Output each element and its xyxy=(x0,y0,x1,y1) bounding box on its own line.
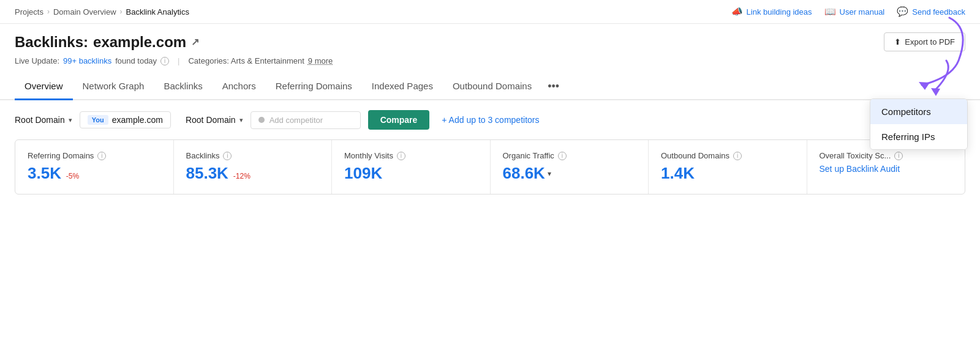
title-domain: example.com xyxy=(93,34,186,51)
book-icon: 📖 xyxy=(824,6,836,17)
header-title: Backlinks:example.com ↗ xyxy=(15,34,199,51)
stat-label-referring-domains: Referring Domains i xyxy=(28,151,161,160)
stat-value-outbound-domains: 1.4K xyxy=(661,164,794,183)
send-feedback-label: Send feedback xyxy=(912,7,965,17)
dropdown-item-referring-ips[interactable]: Referring IPs xyxy=(870,124,967,149)
you-badge: You xyxy=(88,115,108,125)
backlinks-count-link[interactable]: 99+ backlinks xyxy=(63,56,111,65)
stat-label-monthly-visits: Monthly Visits i xyxy=(344,151,478,160)
root-domain-label-2: Root Domain xyxy=(186,115,236,125)
header-title-row: Backlinks:example.com ↗ ⬆ Export to PDF xyxy=(15,32,965,51)
top-actions: 📣 Link building ideas 📖 User manual 💬 Se… xyxy=(731,6,965,17)
upload-icon: ⬆ xyxy=(894,37,901,46)
outbound-domains-info-icon[interactable]: i xyxy=(733,152,742,160)
tab-network-graph[interactable]: Network Graph xyxy=(73,73,154,100)
top-bar: Projects › Domain Overview › Backlink An… xyxy=(0,0,980,24)
svg-marker-1 xyxy=(931,88,940,96)
link-building-ideas-link[interactable]: 📣 Link building ideas xyxy=(731,6,812,17)
stat-value-toxicity: Set up Backlink Audit xyxy=(820,164,953,174)
stat-label-outbound-domains: Outbound Domains i xyxy=(661,151,794,160)
live-update-row: Live Update: 99+ backlinks found today i… xyxy=(15,56,965,65)
page-container: Projects › Domain Overview › Backlink An… xyxy=(0,0,980,337)
nine-more-link[interactable]: 9 more xyxy=(308,56,333,65)
tab-referring-domains[interactable]: Referring Domains xyxy=(266,73,362,100)
live-update-info-icon[interactable]: i xyxy=(160,57,169,65)
stat-card-referring-domains: Referring Domains i 3.5K -5% xyxy=(15,140,174,194)
chevron-down-icon-1: ▾ xyxy=(69,116,72,124)
user-manual-label: User manual xyxy=(840,7,885,17)
stat-card-monthly-visits: Monthly Visits i 109K xyxy=(332,140,491,194)
add-competitors-link[interactable]: + Add up to 3 competitors xyxy=(442,115,539,125)
root-domain-dropdown-1[interactable]: Root Domain ▾ xyxy=(15,115,72,125)
stat-card-backlinks: Backlinks i 85.3K -12% xyxy=(174,140,333,194)
tab-outbound-domains[interactable]: Outbound Domains xyxy=(443,73,541,100)
stat-value-organic-traffic: 68.6K ▾ xyxy=(503,164,636,183)
breadcrumb-projects[interactable]: Projects xyxy=(15,7,43,17)
backlinks-info-icon[interactable]: i xyxy=(223,152,232,160)
dropdown-item-competitors[interactable]: Competitors xyxy=(870,99,967,124)
chevron-down-icon-2: ▾ xyxy=(239,116,243,124)
breadcrumb-current: Backlink Analytics xyxy=(126,7,189,17)
your-domain-value: example.com xyxy=(112,115,163,125)
toxicity-info-icon[interactable]: i xyxy=(894,152,903,160)
compare-button[interactable]: Compare xyxy=(368,110,430,130)
add-competitor-placeholder: Add competitor xyxy=(270,116,323,125)
breadcrumb-sep1: › xyxy=(47,7,50,16)
header-section: Backlinks:example.com ↗ ⬆ Export to PDF … xyxy=(0,24,980,65)
send-feedback-link[interactable]: 💬 Send feedback xyxy=(897,6,965,17)
tabs-section: Overview Network Graph Backlinks Anchors… xyxy=(0,73,980,100)
tab-anchors[interactable]: Anchors xyxy=(213,73,266,100)
controls-section: Root Domain ▾ You example.com Root Domai… xyxy=(0,100,980,139)
organic-traffic-info-icon[interactable]: i xyxy=(558,152,567,160)
divider: | xyxy=(178,56,179,65)
external-link-icon[interactable]: ↗ xyxy=(191,36,199,48)
comment-icon: 💬 xyxy=(897,6,908,17)
tab-overview[interactable]: Overview xyxy=(15,73,73,100)
stats-section: Referring Domains i 3.5K -5% Backlinks i… xyxy=(15,139,965,194)
stat-value-monthly-visits: 109K xyxy=(344,164,478,183)
monthly-visits-info-icon[interactable]: i xyxy=(397,152,405,160)
stat-label-organic-traffic: Organic Traffic i xyxy=(503,151,636,160)
dropdown-menu: Competitors Referring IPs xyxy=(870,98,968,150)
live-update-prefix: Live Update: xyxy=(15,56,59,65)
add-competitor-input[interactable]: Add competitor xyxy=(251,111,361,129)
tab-indexed-pages[interactable]: Indexed Pages xyxy=(362,73,443,100)
svg-marker-0 xyxy=(919,82,930,90)
tab-backlinks[interactable]: Backlinks xyxy=(154,73,212,100)
megaphone-icon: 📣 xyxy=(731,6,743,17)
title-prefix: Backlinks: xyxy=(15,34,88,51)
link-building-label: Link building ideas xyxy=(747,7,812,17)
breadcrumb-domain-overview[interactable]: Domain Overview xyxy=(53,7,116,17)
competitor-dot-icon xyxy=(258,117,265,123)
user-manual-link[interactable]: 📖 User manual xyxy=(824,6,885,17)
export-pdf-button[interactable]: ⬆ Export to PDF xyxy=(884,32,965,51)
set-up-backlink-audit-link[interactable]: Set up Backlink Audit xyxy=(820,164,900,174)
stat-label-backlinks: Backlinks i xyxy=(186,151,320,160)
breadcrumb: Projects › Domain Overview › Backlink An… xyxy=(15,7,189,17)
export-btn-label: Export to PDF xyxy=(905,37,955,46)
live-update-suffix: found today xyxy=(115,56,157,65)
tab-more-button[interactable]: ••• xyxy=(541,73,565,100)
stat-value-backlinks: 85.3K -12% xyxy=(186,164,320,183)
categories-label: Categories: Arts & Entertainment xyxy=(188,56,304,65)
stat-card-outbound-domains: Outbound Domains i 1.4K xyxy=(649,140,807,194)
root-domain-dropdown-2[interactable]: Root Domain ▾ xyxy=(186,115,243,125)
stat-card-organic-traffic: Organic Traffic i 68.6K ▾ xyxy=(491,140,649,194)
stat-value-referring-domains: 3.5K -5% xyxy=(28,164,161,183)
root-domain-label-1: Root Domain xyxy=(15,115,65,125)
breadcrumb-sep2: › xyxy=(120,7,123,16)
stat-label-toxicity: Overall Toxicity Sc... i xyxy=(820,151,953,160)
chevron-down-organic-icon: ▾ xyxy=(548,169,551,178)
you-domain-wrapper: You example.com xyxy=(80,111,171,128)
referring-domains-info-icon[interactable]: i xyxy=(97,152,106,160)
